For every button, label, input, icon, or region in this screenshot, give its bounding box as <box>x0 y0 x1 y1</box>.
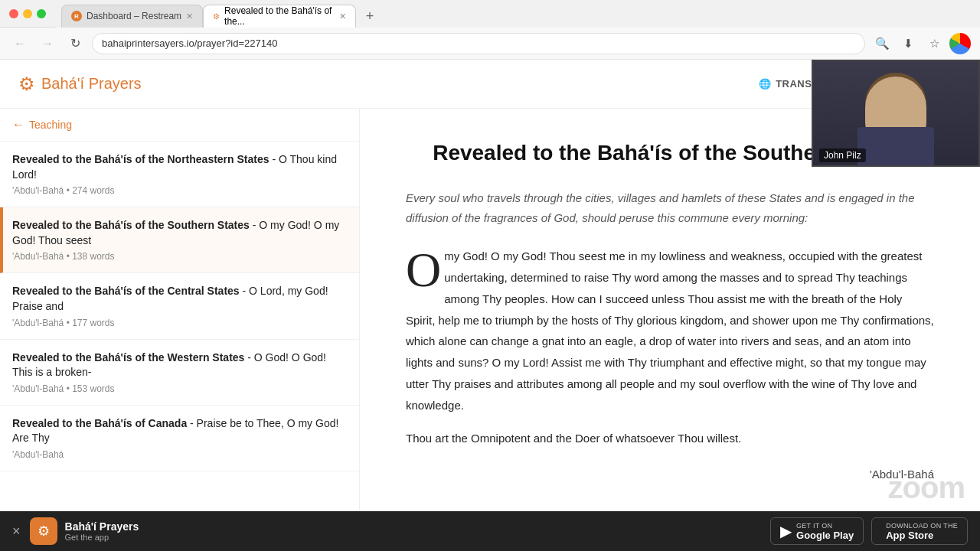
prayer-item-meta: 'Abdu'l-Bahá • 153 words <box>12 383 347 394</box>
browser-frame: R Dashboard – Restream ✕ ⚙ Revealed to t… <box>0 0 980 551</box>
prayer-item-words: 138 words <box>72 251 114 262</box>
globe-icon: 🌐 <box>759 78 772 90</box>
prayer-attribution: 'Abdu'l-Bahá <box>406 468 934 481</box>
list-item[interactable]: Revealed to the Bahá'ís of the Western S… <box>0 340 359 406</box>
prayer-item-author: 'Abdu'l-Bahá <box>12 383 64 394</box>
prayer-item-dash: - <box>270 153 276 165</box>
prayer-item-title: Revealed to the Bahá'ís of the Southern … <box>12 218 347 248</box>
back-to-teaching[interactable]: ← Teaching <box>0 109 359 142</box>
bookmark-icon[interactable]: ☆ <box>923 33 945 54</box>
webcam-name-label: John Pilz <box>819 148 866 162</box>
prayer-item-dash: - <box>244 351 251 364</box>
tab-favicon-dashboard: R <box>71 11 82 21</box>
tab-close-prayer[interactable]: ✕ <box>339 11 346 21</box>
tab-title-prayer: Revealed to the Bahá'ís of the... <box>224 5 335 27</box>
google-play-button[interactable]: ▶ GET IT ON Google Play <box>770 517 864 545</box>
prayer-item-meta: 'Abdu'l-Bahá • 274 words <box>12 185 347 196</box>
prayer-item-meta: 'Abdu'l-Bahá • 177 words <box>12 318 347 328</box>
forward-button[interactable]: → <box>37 33 58 54</box>
webcam-overlay: John Pilz <box>812 60 980 167</box>
list-item[interactable]: Revealed to the Bahá'ís of the Northeast… <box>0 142 359 207</box>
download-icon[interactable]: ⬇ <box>897 33 919 54</box>
banner-app-name: Bahá'í Prayers <box>65 520 771 533</box>
banner-app-info: Bahá'í Prayers Get the app <box>65 520 771 542</box>
address-text: bahaiprintersayers.io/prayer?id=227140 <box>102 37 277 49</box>
prayer-item-title: Revealed to the Bahá'ís of the Central S… <box>12 284 347 314</box>
app-download-banner: × ⚙ Bahá'í Prayers Get the app ▶ GET IT … <box>0 511 980 551</box>
tab-favicon-prayer: ⚙ <box>213 12 220 21</box>
prayer-drop-cap: O <box>406 246 441 289</box>
maximize-window-button[interactable] <box>37 9 46 18</box>
app-store-label: Download on the App Store <box>886 522 958 541</box>
prayer-item-title-bold: Revealed to the Bahá'ís of Canada <box>12 417 187 429</box>
app-store-button[interactable]: Download on the App Store <box>871 517 968 545</box>
site-body: ← Teaching Revealed to the Bahá'ís of th… <box>0 109 980 551</box>
prayer-item-title-bold: Revealed to the Bahá'ís of the Northeast… <box>12 153 270 165</box>
back-button[interactable]: ← <box>9 33 31 54</box>
tab-close-dashboard[interactable]: ✕ <box>186 11 193 21</box>
toolbar-icons: 🔍 ⬇ ☆ <box>871 33 971 54</box>
site-logo: ⚙ Bahá'í Prayers <box>18 73 142 95</box>
prayer-item-dash: - <box>187 417 194 429</box>
list-item[interactable]: Revealed to the Bahá'ís of the Southern … <box>0 207 359 273</box>
tab-dashboard[interactable]: R Dashboard – Restream ✕ <box>61 5 203 28</box>
prayer-item-title: Revealed to the Bahá'ís of the Northeast… <box>12 152 347 182</box>
prayer-closing: Thou art the Omnipotent and the Doer of … <box>406 428 934 449</box>
google-play-top-text: GET IT ON <box>796 522 854 530</box>
tab-title-dashboard: Dashboard – Restream <box>87 11 181 21</box>
app-store-bottom-text: App Store <box>886 530 958 541</box>
google-play-bottom-text: Google Play <box>796 530 854 541</box>
browser-content: ⚙ Bahá'í Prayers 🌐 TRANSLATIONS 🖨 PRINT … <box>0 60 980 551</box>
refresh-button[interactable]: ↻ <box>64 33 86 54</box>
prayer-item-words: 177 words <box>72 318 114 328</box>
site-name: Bahá'í Prayers <box>41 75 142 93</box>
minimize-window-button[interactable] <box>23 9 32 18</box>
prayer-intro: Every soul who travels through the citie… <box>406 188 934 227</box>
prayer-body: Omy God! O my God! Thou seest me in my l… <box>406 246 934 449</box>
tab-prayer[interactable]: ⚙ Revealed to the Bahá'ís of the... ✕ <box>203 5 356 28</box>
prayer-item-meta: 'Abdu'l-Bahá • 138 words <box>12 251 347 262</box>
prayer-item-author: 'Abdu'l-Bahá <box>12 251 64 262</box>
close-window-button[interactable] <box>9 9 18 18</box>
prayer-text-paragraph: Omy God! O my God! Thou seest me in my l… <box>406 246 934 416</box>
google-play-icon: ▶ <box>780 522 792 540</box>
prayer-item-author: 'Abdu'l-Bahá <box>12 185 64 196</box>
browser-toolbar: ← → ↻ bahaiprintersayers.io/prayer?id=22… <box>0 28 980 60</box>
prayer-item-author: 'Abdu'l-Bahá <box>12 318 64 328</box>
app-store-top-text: Download on the <box>886 522 958 530</box>
tab-bar: R Dashboard – Restream ✕ ⚙ Revealed to t… <box>55 0 980 28</box>
prayer-item-meta: 'Abdu'l-Bahá <box>12 449 347 460</box>
prayer-content: Revealed to the Bahá'ís of the Southern … <box>360 109 980 551</box>
banner-app-icon: ⚙ <box>30 517 57 545</box>
prayer-item-title-bold: Revealed to the Bahá'ís of the Central S… <box>12 285 240 297</box>
prayer-item-title-bold: Revealed to the Bahá'ís of the Southern … <box>12 219 250 231</box>
google-play-label: GET IT ON Google Play <box>796 522 854 541</box>
prayer-item-dash: - <box>240 285 247 297</box>
prayer-item-words: 153 words <box>72 383 114 394</box>
prayer-body-text: my God! O my God! Thou seest me in my lo… <box>406 249 934 411</box>
prayer-item-words: 274 words <box>72 185 114 196</box>
banner-app-desc: Get the app <box>65 533 771 542</box>
banner-gear-icon: ⚙ <box>38 523 50 540</box>
window-controls <box>0 9 55 18</box>
prayer-item-title: Revealed to the Bahá'ís of Canada - Prai… <box>12 416 347 446</box>
banner-close-button[interactable]: × <box>12 523 21 540</box>
logo-gear-icon: ⚙ <box>18 73 35 95</box>
address-bar[interactable]: bahaiprintersayers.io/prayer?id=227140 <box>92 33 865 54</box>
prayer-item-title-bold: Revealed to the Bahá'ís of the Western S… <box>12 351 244 364</box>
back-arrow-icon: ← <box>12 118 24 132</box>
store-buttons: ▶ GET IT ON Google Play Download on the … <box>770 517 968 545</box>
back-label: Teaching <box>29 119 72 131</box>
list-item[interactable]: Revealed to the Bahá'ís of Canada - Prai… <box>0 406 359 471</box>
prayer-item-title: Revealed to the Bahá'ís of the Western S… <box>12 350 347 380</box>
list-item[interactable]: Revealed to the Bahá'ís of the Central S… <box>0 273 359 339</box>
sidebar: ← Teaching Revealed to the Bahá'ís of th… <box>0 109 360 551</box>
chrome-menu-icon[interactable] <box>949 33 971 54</box>
prayer-item-author: 'Abdu'l-Bahá <box>12 449 64 460</box>
new-tab-button[interactable]: + <box>359 6 381 28</box>
search-icon[interactable]: 🔍 <box>871 33 893 54</box>
